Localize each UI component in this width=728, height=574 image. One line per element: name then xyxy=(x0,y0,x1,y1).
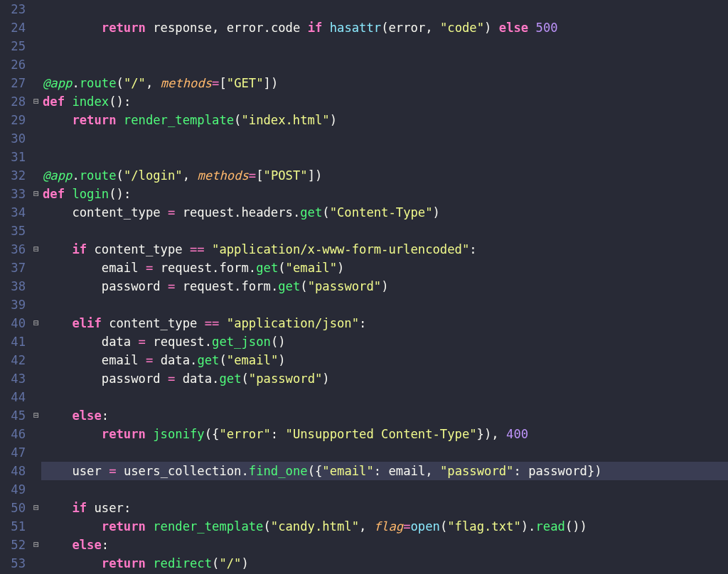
code-line[interactable]: password = request.form.get("password") xyxy=(41,277,728,296)
fold-marker-slot xyxy=(31,369,41,388)
line-number[interactable]: 36 xyxy=(3,240,26,259)
code-area[interactable]: return response, error.code if hasattr(e… xyxy=(41,0,728,574)
line-number[interactable]: 32 xyxy=(3,166,26,185)
fold-open-icon[interactable]: ⊟ xyxy=(33,314,39,332)
token-punc: ) xyxy=(241,556,248,570)
line-number[interactable]: 46 xyxy=(3,425,26,443)
code-line[interactable]: else: xyxy=(41,536,728,554)
code-line[interactable]: return jsonify({"error": "Unsupported Co… xyxy=(41,425,728,443)
line-number[interactable]: 28 xyxy=(3,92,26,111)
token-sp xyxy=(146,332,153,351)
code-line[interactable] xyxy=(41,129,728,148)
code-line[interactable] xyxy=(41,296,728,314)
fold-open-icon[interactable]: ⊟ xyxy=(33,92,39,111)
code-line[interactable]: if user: xyxy=(41,499,728,517)
code-line[interactable]: return render_template("candy.html", fla… xyxy=(41,517,728,536)
code-line[interactable] xyxy=(41,443,728,462)
code-line[interactable] xyxy=(41,480,728,499)
fold-open-icon[interactable]: ⊟ xyxy=(33,499,39,517)
code-line[interactable]: return render_template("index.html") xyxy=(41,111,728,129)
token-id: password xyxy=(102,372,161,386)
token-sp xyxy=(219,314,226,332)
code-line[interactable]: password = data.get("password") xyxy=(41,369,728,388)
code-line[interactable] xyxy=(41,222,728,240)
line-number[interactable]: 51 xyxy=(3,517,26,536)
code-line[interactable]: if content_type == "application/x-www-fo… xyxy=(41,240,728,259)
code-editor[interactable]: 2324252627282930313233343536373839404142… xyxy=(0,0,728,574)
token-sp xyxy=(43,259,102,277)
fold-marker-slot xyxy=(31,259,41,277)
code-line[interactable]: return response, error.code if hasattr(e… xyxy=(41,18,728,37)
line-number[interactable]: 52 xyxy=(3,536,26,554)
token-punc: ( xyxy=(381,21,388,35)
code-line[interactable]: def index(): xyxy=(41,92,728,111)
line-number[interactable]: 38 xyxy=(3,277,26,296)
line-number[interactable]: 35 xyxy=(3,222,26,240)
token-sp xyxy=(43,18,102,37)
code-line[interactable] xyxy=(41,388,728,406)
line-number[interactable]: 44 xyxy=(3,388,26,406)
line-number[interactable]: 45 xyxy=(3,406,26,425)
token-str: "GET" xyxy=(227,76,264,90)
line-number[interactable]: 43 xyxy=(3,369,26,388)
code-line[interactable]: else: xyxy=(41,406,728,425)
code-line[interactable]: user = users_collection.find_one({"email… xyxy=(41,462,728,480)
token-str: "/" xyxy=(124,76,146,90)
token-sp xyxy=(43,369,102,388)
token-kw: return xyxy=(102,21,146,35)
line-number[interactable]: 50 xyxy=(3,499,26,517)
token-id: email xyxy=(102,261,139,275)
line-number-gutter[interactable]: 2324252627282930313233343536373839404142… xyxy=(0,0,31,574)
line-number[interactable]: 53 xyxy=(3,554,26,573)
line-number[interactable]: 30 xyxy=(3,129,26,148)
token-sp xyxy=(117,462,124,480)
code-line[interactable]: return redirect("/") xyxy=(41,554,728,573)
line-number[interactable]: 27 xyxy=(3,74,26,92)
token-sp xyxy=(175,203,182,222)
code-line[interactable]: content_type = request.headers.get("Cont… xyxy=(41,203,728,222)
code-line[interactable]: @app.route("/", methods=["GET"]) xyxy=(41,74,728,92)
fold-open-icon[interactable]: ⊟ xyxy=(33,536,39,554)
code-line[interactable]: email = data.get("email") xyxy=(41,351,728,369)
line-number[interactable]: 37 xyxy=(3,259,26,277)
line-number[interactable]: 47 xyxy=(3,443,26,462)
token-id: content_type xyxy=(72,205,160,220)
token-punc: ( xyxy=(271,335,278,349)
code-line[interactable]: def login(): xyxy=(41,185,728,203)
line-number[interactable]: 39 xyxy=(3,296,26,314)
fold-marker-slot xyxy=(31,129,41,148)
fold-column[interactable]: ⊟⊟⊟⊟⊟⊟⊟ xyxy=(31,0,41,574)
line-number[interactable]: 26 xyxy=(3,55,26,74)
fold-open-icon[interactable]: ⊟ xyxy=(33,406,39,425)
line-number[interactable]: 41 xyxy=(3,332,26,351)
fold-marker-slot: ⊟ xyxy=(31,314,41,332)
code-line[interactable] xyxy=(41,37,728,55)
fold-marker-slot: ⊟ xyxy=(31,406,41,425)
code-line[interactable]: elif content_type == "application/json": xyxy=(41,314,728,332)
code-line[interactable] xyxy=(41,0,728,18)
line-number[interactable]: 40 xyxy=(3,314,26,332)
line-number[interactable]: 33 xyxy=(3,185,26,203)
token-punc: , xyxy=(212,21,219,35)
line-number[interactable]: 25 xyxy=(3,37,26,55)
line-number[interactable]: 31 xyxy=(3,148,26,166)
fold-open-icon[interactable]: ⊟ xyxy=(33,185,39,203)
code-line[interactable]: email = request.form.get("email") xyxy=(41,259,728,277)
code-line[interactable] xyxy=(41,148,728,166)
line-number[interactable]: 24 xyxy=(3,18,26,37)
token-kw: else xyxy=(72,538,101,552)
line-number[interactable]: 29 xyxy=(3,111,26,129)
line-number[interactable]: 42 xyxy=(3,351,26,369)
line-number[interactable]: 23 xyxy=(3,0,26,18)
token-str: "error" xyxy=(219,427,270,441)
fold-marker-slot: ⊟ xyxy=(31,185,41,203)
fold-marker-slot xyxy=(31,148,41,166)
code-line[interactable]: data = request.get_json() xyxy=(41,332,728,351)
fold-open-icon[interactable]: ⊟ xyxy=(33,240,39,259)
line-number[interactable]: 49 xyxy=(3,480,26,499)
token-sp xyxy=(117,111,124,129)
line-number[interactable]: 48 xyxy=(3,462,26,480)
line-number[interactable]: 34 xyxy=(3,203,26,222)
code-line[interactable]: @app.route("/login", methods=["POST"]) xyxy=(41,166,728,185)
code-line[interactable] xyxy=(41,55,728,74)
